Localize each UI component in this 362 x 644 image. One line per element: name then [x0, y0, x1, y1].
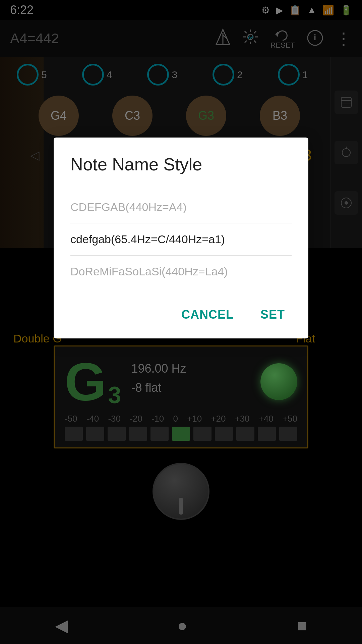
dialog-overlay: Note Name Style CDEFGAB(440Hz=A4) cdefga…: [0, 0, 362, 644]
dialog-buttons: CANCEL SET: [70, 304, 292, 325]
dialog-options: CDEFGAB(440Hz=A4) cdefgab(65.4Hz=C/440Hz…: [70, 191, 292, 287]
dialog-option-uppercase[interactable]: CDEFGAB(440Hz=A4): [70, 191, 292, 223]
note-name-style-dialog: Note Name Style CDEFGAB(440Hz=A4) cdefga…: [54, 138, 308, 338]
set-button[interactable]: SET: [254, 304, 292, 325]
dialog-option-lowercase[interactable]: cdefgab(65.4Hz=C/440Hz=a1): [70, 223, 292, 256]
dialog-option-solfege[interactable]: DoReMiFaSoLaSi(440Hz=La4): [70, 256, 292, 287]
cancel-button[interactable]: CANCEL: [175, 304, 240, 325]
dialog-title: Note Name Style: [70, 154, 292, 174]
